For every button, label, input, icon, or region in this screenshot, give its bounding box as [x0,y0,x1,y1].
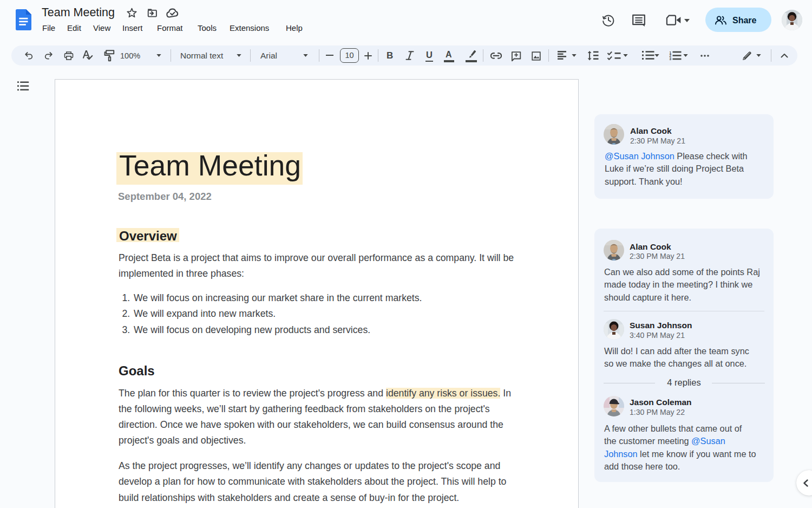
svg-text:3: 3 [670,57,672,60]
